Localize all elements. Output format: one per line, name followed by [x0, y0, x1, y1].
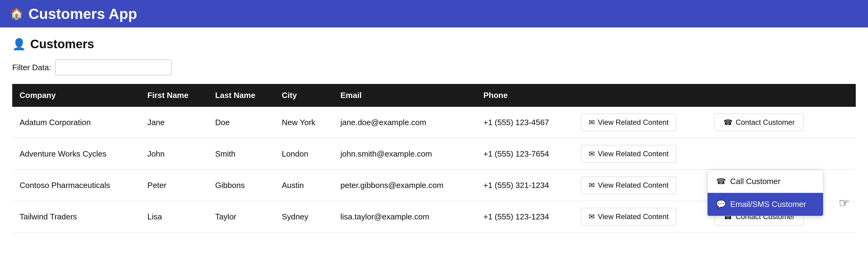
app-header: 🏠 Customers App	[0, 0, 868, 28]
view-related-button[interactable]: ✉ View Related Content	[581, 176, 676, 194]
page-title: Customers	[30, 37, 94, 51]
cell-first-name: Lisa	[140, 201, 208, 233]
view-related-label: View Related Content	[598, 118, 669, 127]
cell-company: Contoso Pharmaceuticals	[12, 170, 140, 201]
table-header-row: Company First Name Last Name City Email …	[12, 84, 856, 107]
cell-company: Adatum Corporation	[12, 107, 140, 138]
cell-phone: +1 (555) 321-1234	[476, 170, 574, 201]
cell-phone: +1 (555) 123-1234	[476, 201, 574, 233]
contact-label: Contact Customer	[736, 118, 795, 127]
call-customer-label: Call Customer	[730, 177, 781, 186]
envelope-icon: ✉	[589, 149, 595, 158]
cell-city: Sydney	[275, 201, 333, 233]
msg-icon: 💬	[716, 200, 726, 209]
filter-label: Filter Data:	[12, 63, 51, 72]
col-city: City	[275, 84, 333, 107]
cell-last-name: Gibbons	[208, 170, 275, 201]
table-row: Adatum Corporation Jane Doe New York jan…	[12, 107, 856, 138]
email-sms-label: Email/SMS Customer	[730, 200, 806, 209]
cell-email: john.smith@example.com	[333, 138, 476, 170]
contact-icon: ☎	[723, 118, 733, 127]
action-cell-view: ✉ View Related Content	[574, 107, 707, 138]
action-cell-view: ✉ View Related Content	[574, 170, 707, 201]
page-content: 👤 Customers Filter Data: Company First N…	[0, 28, 868, 271]
col-actions	[574, 84, 707, 107]
customers-table: Company First Name Last Name City Email …	[12, 84, 856, 233]
action-cell-dropdown: ☎ Call Customer 💬 Email/SMS Customer ☞	[707, 170, 856, 201]
action-cell-contact: ☎ Contact Customer	[707, 107, 856, 138]
col-last-name: Last Name	[208, 84, 275, 107]
action-cell-view: ✉ View Related Content	[574, 138, 707, 170]
customers-icon: 👤	[12, 38, 26, 50]
table-row: Adventure Works Cycles John Smith London…	[12, 138, 856, 170]
cell-phone: +1 (555) 123-4567	[476, 107, 574, 138]
page-heading: 👤 Customers	[12, 37, 856, 51]
col-first-name: First Name	[140, 84, 208, 107]
cell-first-name: Peter	[140, 170, 208, 201]
cell-company: Adventure Works Cycles	[12, 138, 140, 170]
contact-customer-button[interactable]: ☎ Contact Customer	[715, 113, 804, 131]
col-phone: Phone	[476, 84, 574, 107]
action-cell-empty	[707, 138, 856, 170]
call-customer-item[interactable]: ☎ Call Customer	[708, 170, 823, 193]
view-related-button[interactable]: ✉ View Related Content	[581, 145, 676, 163]
cell-city: New York	[275, 107, 333, 138]
envelope-icon: ✉	[589, 118, 595, 127]
col-actions2	[707, 84, 856, 107]
cell-city: Austin	[275, 170, 333, 201]
cell-first-name: John	[140, 138, 208, 170]
phone-icon: ☎	[716, 177, 726, 186]
cell-email: lisa.taylor@example.com	[333, 201, 476, 233]
cell-first-name: Jane	[140, 107, 208, 138]
cell-last-name: Taylor	[208, 201, 275, 233]
cell-last-name: Smith	[208, 138, 275, 170]
view-related-label: View Related Content	[598, 149, 669, 158]
email-sms-customer-item[interactable]: 💬 Email/SMS Customer	[708, 193, 823, 216]
cell-phone: +1 (555) 123-7654	[476, 138, 574, 170]
envelope-icon: ✉	[589, 181, 595, 190]
envelope-icon: ✉	[589, 212, 595, 221]
cell-company: Tailwind Traders	[12, 201, 140, 233]
filter-input[interactable]	[55, 60, 172, 75]
cell-email: peter.gibbons@example.com	[333, 170, 476, 201]
action-cell-view: ✉ View Related Content	[574, 201, 707, 233]
table-row: Contoso Pharmaceuticals Peter Gibbons Au…	[12, 170, 856, 201]
col-email: Email	[333, 84, 476, 107]
cell-last-name: Doe	[208, 107, 275, 138]
contact-dropdown: ☎ Call Customer 💬 Email/SMS Customer	[707, 170, 824, 216]
cell-email: jane.doe@example.com	[333, 107, 476, 138]
view-related-button[interactable]: ✉ View Related Content	[581, 208, 676, 226]
view-related-label: View Related Content	[598, 181, 669, 190]
col-company: Company	[12, 84, 140, 107]
app-header-icon: 🏠	[10, 7, 24, 20]
filter-row: Filter Data:	[12, 60, 856, 75]
view-related-button[interactable]: ✉ View Related Content	[581, 113, 676, 131]
cell-city: London	[275, 138, 333, 170]
view-related-label: View Related Content	[598, 212, 669, 221]
app-title: Customers App	[28, 5, 137, 22]
